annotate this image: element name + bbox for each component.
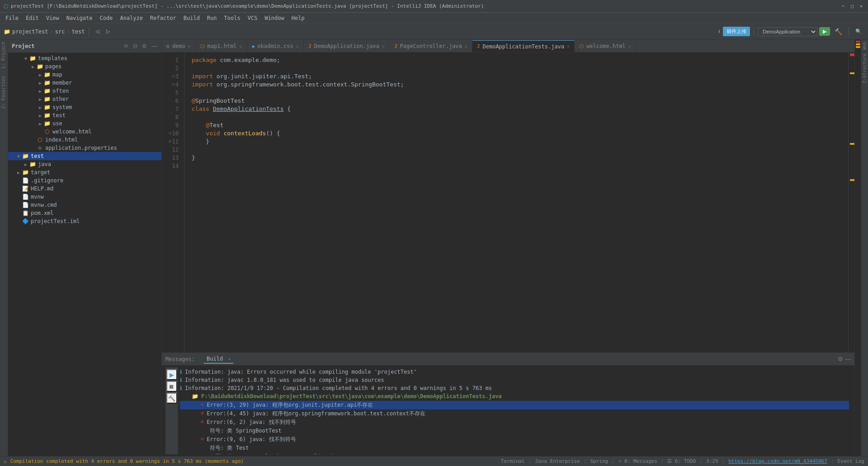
side-label-project[interactable]: 1: Project [0,40,8,71]
menu-edit[interactable]: Edit [22,14,42,22]
msg-row-6[interactable]: ⊘ Error:(4, 45) java: 程序包org.springframe… [180,409,849,418]
tree-item-mvnw[interactable]: ▶ 📄 mvnw [8,193,161,201]
status-event-log[interactable]: Event Log [837,458,864,464]
tab-close-pagecontroller[interactable]: ✕ [465,44,467,49]
tree-label-system: system [52,104,72,110]
tree-item-app-props[interactable]: ▶ ⚙ application.properties [8,144,161,152]
side-label-zstructure[interactable]: Z-Structure [861,52,868,85]
menu-tools[interactable]: Tools [221,14,244,22]
tree-item-index-html[interactable]: ▶ ⬡ index.html [8,136,161,144]
minimize-panel-btn[interactable]: — [845,356,851,362]
msg-row-9[interactable]: ⊘ Error:(9, 6) java: 找不到符号 [180,435,849,444]
tree-item-java[interactable]: ▶ 📁 java [8,160,161,168]
msg-row-4[interactable]: 📁 F:\BaiduNetdiskDownload\projectTest\sr… [180,393,849,401]
panel-settings-btn[interactable]: ⚙ [141,42,148,50]
tree-item-often[interactable]: ▶ 📁 often [8,87,161,95]
tab-close-welcome[interactable]: ✕ [628,44,631,49]
side-label-favorites[interactable]: 2: Favorites [0,74,8,110]
code-area[interactable]: package com.example.demo; import org.jun… [184,52,848,352]
tree-item-pages[interactable]: ▶ 📁 pages [8,62,161,71]
menu-refactor[interactable]: Refactor [146,14,180,22]
tab-build[interactable]: Build ✕ [204,355,233,364]
toolbar-back-btn[interactable]: ◁ [93,28,102,35]
msg-text-5: Error:(3, 29) java: 程序包org.junit.jupiter… [207,401,373,409]
status-spring[interactable]: Spring [590,458,608,464]
tree-item-help-md[interactable]: ▶ 📝 HELP.md [8,185,161,193]
tree-item-project-iml[interactable]: ▶ 🔷 projectTest.iml [8,217,161,225]
tree-item-test-dir[interactable]: ▼ 📁 test [8,152,161,160]
tree-item-gitignore[interactable]: ▶ 📄 .gitignore [8,176,161,185]
status-link[interactable]: https://blog.csdn.net/m0_43445067 [728,458,827,464]
tab-close-okadmin[interactable]: ✕ [296,44,299,49]
upload-btn[interactable]: 插件上传 [723,27,750,36]
menu-analyze[interactable]: Analyze [116,14,146,22]
status-java-enterprise[interactable]: Java Enterprise [535,458,580,464]
tab-icon-welcome: ⬡ [579,43,584,49]
build-tool-btn[interactable]: 🔨 [166,393,177,404]
tree-item-mvnw-cmd[interactable]: ▶ 📄 mvnw.cmd [8,201,161,209]
search-btn[interactable]: 🔍 [853,28,864,35]
tree-label-often: often [52,88,69,94]
status-todo[interactable]: ☰ 6: TODO [667,458,696,464]
tree-item-target[interactable]: ▶ 📁 target [8,168,161,176]
menu-file[interactable]: File [2,14,22,22]
fold-icon-3[interactable]: ⊟ [172,72,175,81]
tree-arrow-test-dir: ▼ [15,154,22,159]
msg-row-5[interactable]: ⊘ Error:(3, 29) java: 程序包org.junit.jupit… [180,401,849,409]
maximize-btn[interactable]: □ [849,3,855,10]
tab-demo[interactable]: m demo ✕ [162,40,196,52]
close-btn[interactable]: ✕ [858,3,864,10]
stop-tool-btn[interactable]: ⏹ [166,381,177,392]
tab-close-demo[interactable]: ✕ [188,44,191,49]
menu-code[interactable]: Code [96,14,117,22]
run-btn[interactable]: ▶ [819,27,830,36]
menu-window[interactable]: Window [261,14,288,22]
tree-item-test-sub[interactable]: ▶ 📁 test [8,111,161,119]
tree-item-welcome-html[interactable]: ▶ ⬡ welcome.html [8,128,161,136]
tab-build-close[interactable]: ✕ [228,357,231,361]
panel-collapse-btn[interactable]: ⊟ [132,42,138,50]
tab-pagecontroller[interactable]: J PageController.java ✕ [390,40,472,52]
menu-run[interactable]: Run [203,14,221,22]
tab-demotests[interactable]: J DemoApplicationTests.java ✕ [472,40,575,52]
toolbar-forward-btn[interactable]: ▷ [104,28,113,35]
msg-row-7[interactable]: ⊘ Error:(6, 2) java: 找不到符号 [180,418,849,427]
tree-item-pom-xml[interactable]: ▶ 📋 pom.xml [8,209,161,217]
tree-item-member[interactable]: ▶ 📁 member [8,79,161,87]
side-label-web[interactable]: Web [861,40,868,52]
config-dropdown[interactable]: DemoApplication [758,27,817,36]
panel-sync-btn[interactable]: ⟳ [123,42,129,50]
line-num-13: 13 [164,154,182,162]
tab-close-demoapp[interactable]: ✕ [382,44,385,49]
fold-icon-4[interactable]: ⊟ [172,81,175,89]
tab-close-map1[interactable]: ✕ [240,44,242,49]
toolbar: 📁 projectTest › src › test ◁ ▷ ⬆ 插件上传 De… [0,24,868,40]
run-tool-btn[interactable]: ▶ [166,369,177,380]
settings-btn[interactable]: ⚙ [838,356,843,362]
tab-welcome[interactable]: ⬡ welcome.html ✕ [575,40,636,52]
tab-icon-demoapp: J [308,43,311,49]
menu-build[interactable]: Build [180,14,203,22]
fold-icon-11[interactable]: ⊟ [169,138,171,146]
tree-item-system[interactable]: ▶ 📁 system [8,103,161,111]
menu-navigate[interactable]: Navigate [63,14,96,22]
tab-demoapp[interactable]: J DemoApplication.java ✕ [304,40,390,52]
tab-close-demotests[interactable]: ✕ [567,44,570,49]
status-position: 3:29 [706,458,718,464]
menu-view[interactable]: View [42,14,63,22]
tree-item-templates[interactable]: ▼ 📁 templates [8,54,161,62]
test-label: test [72,29,85,35]
tree-item-use[interactable]: ▶ 📁 use [8,119,161,128]
tree-item-other[interactable]: ▶ 📁 other [8,95,161,103]
build-btn[interactable]: 🔨 [832,27,845,36]
menu-vcs[interactable]: VCS [244,14,261,22]
tab-map1[interactable]: ⬡ map1.html ✕ [196,40,247,52]
fold-icon-10[interactable]: ⊟ [169,129,171,138]
status-terminal[interactable]: Terminal [501,458,525,464]
minimize-btn[interactable]: ─ [840,3,846,10]
tab-okadmin[interactable]: ◆ okadmin.css ✕ [247,40,304,52]
panel-hide-btn[interactable]: — [151,42,158,50]
menu-help[interactable]: Help [288,14,308,22]
status-messages[interactable]: ⚡ 0: Messages [618,458,657,464]
tree-item-map[interactable]: ▶ 📁 map [8,71,161,79]
